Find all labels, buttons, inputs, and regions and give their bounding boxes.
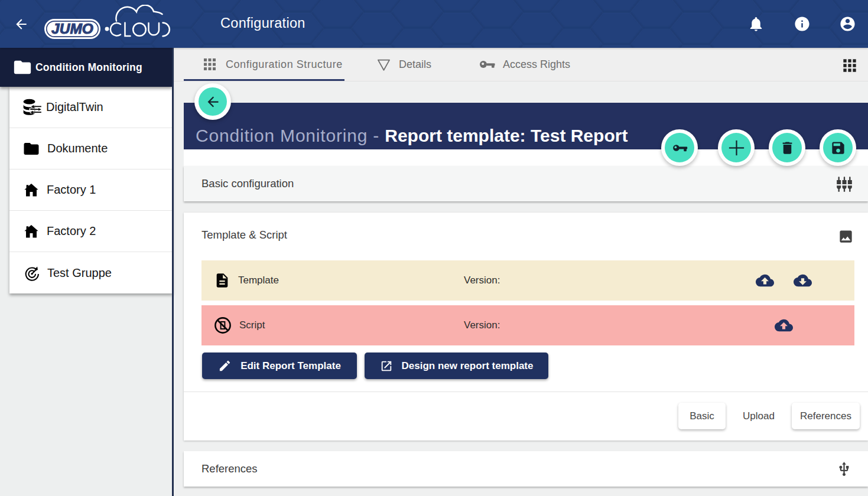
svg-text:JUMO: JUMO [51,21,93,37]
